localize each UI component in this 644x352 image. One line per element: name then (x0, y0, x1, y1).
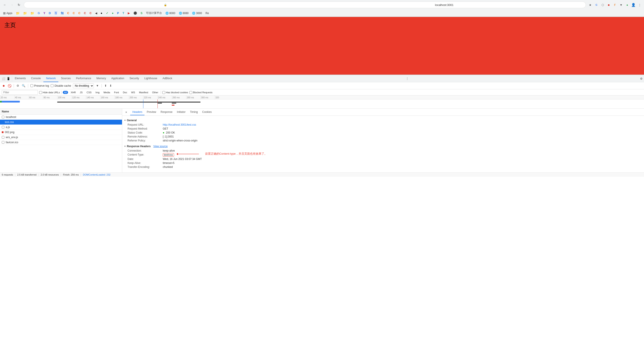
profile-icon[interactable]: 👤 (631, 2, 636, 7)
bookmark-zhihu[interactable]: 知 (60, 11, 65, 16)
extension3-icon[interactable]: F (612, 2, 618, 7)
filter-input[interactable] (2, 90, 38, 95)
download-icon[interactable]: ⬇ (109, 84, 112, 88)
bookmark-c3[interactable]: C (77, 11, 82, 15)
filter-icon[interactable]: ⚙ (16, 84, 20, 88)
devtools-more-tabs[interactable]: ⋮ (405, 75, 410, 82)
file-item-002png[interactable]: 002.png (0, 130, 122, 135)
file-checkbox-wrs-env[interactable] (2, 136, 4, 139)
tab-sources[interactable]: Sources (58, 75, 73, 82)
tab-application[interactable]: Application (108, 75, 127, 82)
blocked-requests-checkbox[interactable]: Blocked Requests (190, 91, 212, 94)
bookmark-c2[interactable]: C (71, 11, 76, 15)
filter-doc-btn[interactable]: Doc (122, 91, 128, 94)
filter-all-btn[interactable]: All (63, 91, 68, 94)
hide-data-urls-checkbox[interactable]: Hide data URLs (39, 91, 60, 94)
filter-js-btn[interactable]: JS (78, 91, 84, 94)
file-item-wrs-env[interactable]: wrs_env.js (0, 135, 122, 140)
file-item-test-css[interactable]: test.css (0, 120, 122, 125)
detail-tab-initiator[interactable]: Initiator (175, 109, 188, 115)
search-icon[interactable]: 🔍 (21, 84, 26, 88)
file-item-localhost[interactable]: localhost (0, 115, 122, 120)
devtools-settings-icon[interactable]: ⚙ (640, 77, 644, 81)
filter-other-btn[interactable]: Other (151, 91, 160, 94)
translate-icon[interactable]: G (594, 2, 599, 7)
bookmark-star-icon[interactable]: ★ (588, 2, 593, 7)
address-bar[interactable]: 🔒 localhost:3001 (24, 1, 586, 8)
devtools-elements-icon[interactable]: ⬜ (1, 77, 6, 81)
bookmark-c5[interactable]: C (88, 11, 93, 15)
bookmark-check[interactable]: ✓ (104, 11, 110, 15)
devtools-device-icon[interactable]: 📱 (6, 77, 10, 81)
detail-tab-cookies[interactable]: Cookies (200, 109, 214, 115)
bookmark-d[interactable]: D (48, 11, 52, 15)
refresh-button[interactable]: ↻ (16, 2, 22, 8)
bookmark-dot[interactable]: ● (99, 11, 104, 15)
tab-performance[interactable]: Performance (73, 75, 94, 82)
bookmark-8000[interactable]: 🌐 8000 (164, 11, 177, 15)
tab-console[interactable]: Console (28, 75, 44, 82)
extension2-icon[interactable]: ■ (606, 2, 612, 7)
req-url-link[interactable]: http://localhost:3001/test.css (163, 123, 196, 126)
bookmark-github[interactable]: ⚫ (132, 11, 138, 15)
detail-tab-headers[interactable]: Headers (130, 109, 144, 115)
bookmark-google[interactable]: G (36, 11, 41, 15)
bookmark-t[interactable]: T (121, 11, 126, 15)
tab-lighthouse[interactable]: Lighthouse (142, 75, 160, 82)
throttle-chevron-icon[interactable]: ▼ (96, 84, 99, 88)
view-source-link[interactable]: View source (153, 145, 168, 148)
upload-icon[interactable]: ⬆ (104, 84, 107, 88)
bookmark-8080[interactable]: 🌐 8080 (178, 11, 190, 15)
tab-elements[interactable]: Elements (12, 75, 28, 82)
file-item-ajs[interactable]: a.js (0, 125, 122, 130)
bookmark-re[interactable]: Re (204, 11, 210, 15)
bookmark-arrow[interactable]: ◀ (94, 11, 98, 15)
back-button[interactable]: ← (2, 2, 8, 8)
bookmark-s[interactable]: S (139, 11, 144, 15)
extension1-icon[interactable]: ⬡ (600, 2, 605, 7)
bookmark-dot2[interactable]: ● (110, 11, 115, 15)
extension5-icon[interactable]: ● (624, 2, 630, 7)
tab-memory[interactable]: Memory (94, 75, 108, 82)
file-checkbox-localhost[interactable] (2, 116, 4, 118)
forward-button[interactable]: → (9, 2, 15, 8)
tab-security[interactable]: Security (127, 75, 142, 82)
bookmark-folder-3[interactable]: 📁 (29, 11, 36, 15)
bookmark-folder-1[interactable]: 📁 (14, 11, 21, 15)
bookmark-3000[interactable]: 🌐 3000 (191, 11, 203, 15)
clear-button[interactable]: 🚫 (8, 84, 12, 88)
tab-adblock[interactable]: AdBlock (160, 75, 175, 82)
filter-img-btn[interactable]: Img (94, 91, 101, 94)
bookmark-c1[interactable]: C (66, 11, 70, 15)
dom-content-loaded-link[interactable]: DOMContentLoaded: 232 (83, 173, 110, 176)
details-close-button[interactable]: × (124, 110, 128, 114)
bookmark-baidu[interactable]: 百 (53, 11, 58, 16)
preserve-log-checkbox[interactable]: Preserve log (30, 84, 49, 87)
bookmark-p[interactable]: P (116, 11, 120, 15)
filter-css-btn[interactable]: CSS (85, 91, 93, 94)
record-button[interactable]: ⏺ (2, 84, 6, 88)
detail-tab-timing[interactable]: Timing (188, 109, 200, 115)
bookmark-yt[interactable]: ▶ (126, 11, 131, 15)
bookmark-c4[interactable]: C (82, 11, 87, 15)
bookmark-y[interactable]: Y (42, 11, 46, 15)
filter-manifest-btn[interactable]: Manifest (138, 91, 150, 94)
filter-ws-btn[interactable]: WS (130, 91, 136, 94)
file-checkbox-ajs[interactable] (2, 126, 4, 129)
has-blocked-cookies-checkbox[interactable]: Has blocked cookies (162, 91, 188, 94)
file-item-favicon[interactable]: favicon.ico (0, 140, 122, 145)
file-checkbox-favicon[interactable] (2, 141, 4, 144)
throttle-select[interactable]: No throttling (73, 83, 94, 88)
tab-network[interactable]: Network (44, 75, 58, 82)
filter-font-btn[interactable]: Font (113, 91, 120, 94)
extension4-icon[interactable]: ▼ (618, 2, 624, 7)
bookmark-folder-2[interactable]: 📁 (22, 11, 28, 15)
disable-cache-checkbox[interactable]: Disable cache (51, 84, 71, 87)
filter-media-btn[interactable]: Media (102, 91, 112, 94)
detail-tab-response[interactable]: Response (158, 109, 175, 115)
detail-tab-preview[interactable]: Preview (144, 109, 158, 115)
bookmark-platform[interactable]: 可信计算平台 (145, 11, 163, 15)
bookmark-apps[interactable]: ⊞ Apps (2, 11, 14, 15)
menu-icon[interactable]: ⋮ (637, 2, 642, 7)
filter-xhr-btn[interactable]: XHR (70, 91, 77, 94)
